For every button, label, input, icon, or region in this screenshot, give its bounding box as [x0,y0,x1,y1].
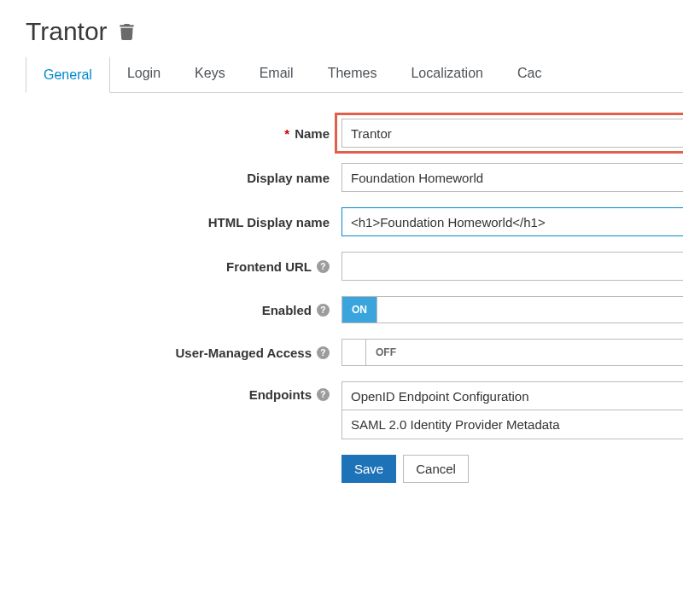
endpoint-openid[interactable]: OpenID Endpoint Configuration [342,381,683,410]
help-icon[interactable]: ? [317,260,330,273]
help-icon[interactable]: ? [317,388,330,401]
uma-toggle[interactable]: OFF [342,339,683,366]
frontend-url-input[interactable] [342,252,683,281]
required-indicator: * [284,126,289,141]
tab-cache[interactable]: Cac [500,56,558,92]
endpoint-saml[interactable]: SAML 2.0 Identity Provider Metadata [342,410,683,439]
name-input[interactable] [342,119,683,148]
endpoints-label: Endpoints [249,387,312,402]
enabled-toggle[interactable]: ON [342,296,683,323]
display-name-label: Display name [247,171,330,185]
frontend-url-label: Frontend URL [226,259,312,274]
tab-localization[interactable]: Localization [394,56,500,92]
tab-login[interactable]: Login [110,56,178,92]
svg-text:?: ? [320,262,325,271]
name-label: Name [295,126,330,141]
html-display-name-input[interactable] [342,207,683,236]
tabs: General Login Keys Email Themes Localiza… [26,56,683,93]
svg-text:?: ? [320,348,325,357]
trash-icon[interactable] [120,24,134,40]
toggle-off-label: OFF [366,340,406,365]
toggle-on-label: ON [342,297,377,323]
display-name-input[interactable] [342,163,683,192]
toggle-spacer [377,297,400,323]
svg-text:?: ? [320,390,325,399]
tab-keys[interactable]: Keys [178,56,242,92]
save-button[interactable]: Save [342,455,396,483]
uma-label: User-Managed Access [175,346,312,360]
enabled-label: Enabled [262,303,312,317]
svg-text:?: ? [320,305,325,315]
tab-themes[interactable]: Themes [311,56,394,92]
name-highlight [335,113,683,154]
toggle-spacer [342,340,366,365]
tab-email[interactable]: Email [242,56,311,92]
tab-general[interactable]: General [26,56,110,93]
page-title: Trantor [26,17,108,46]
help-icon[interactable]: ? [317,304,330,317]
html-display-name-label: HTML Display name [208,215,330,230]
help-icon[interactable]: ? [317,346,330,359]
cancel-button[interactable]: Cancel [403,455,469,483]
